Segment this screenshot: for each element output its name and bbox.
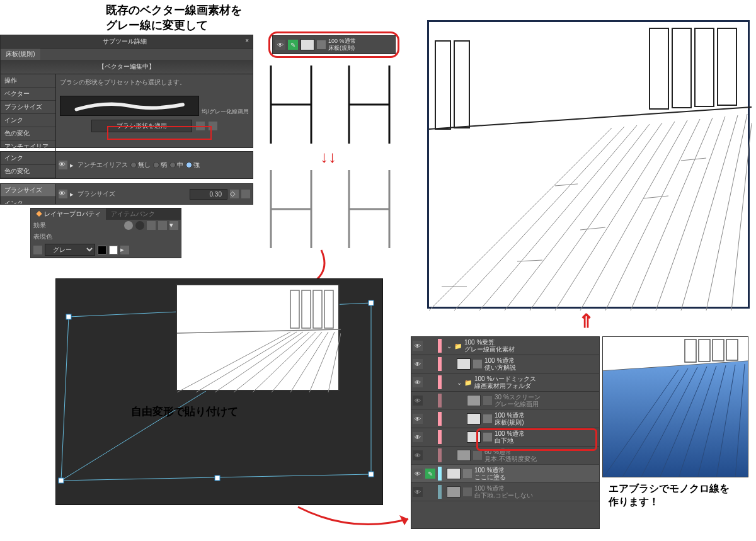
- eye-icon[interactable]: 👁: [413, 414, 423, 424]
- svg-rect-20: [369, 472, 374, 477]
- layer-name: 床板(規則): [495, 419, 525, 426]
- effect-btn1[interactable]: [124, 221, 133, 230]
- mask-icon: [463, 487, 472, 496]
- heading-bottom: エアブラシでモノクロ線を 作ります！: [609, 482, 730, 509]
- svg-line-58: [517, 260, 542, 261]
- aa-strong[interactable]: 強: [186, 161, 200, 169]
- layer-thumb: [467, 395, 481, 406]
- eye-icon[interactable]: 👁: [59, 161, 67, 169]
- layer-row[interactable]: 👁100 %通常使い方解説: [411, 355, 599, 373]
- eye-icon[interactable]: 👁: [413, 487, 423, 497]
- layer-name: グレー線画化素材: [464, 346, 515, 353]
- brush-preview[interactable]: [60, 96, 199, 116]
- svg-rect-64: [685, 339, 696, 362]
- swap-icon[interactable]: ▸: [120, 246, 129, 254]
- svg-line-34: [290, 332, 328, 392]
- svg-line-60: [643, 196, 668, 198]
- layer-mode: 100 %通常: [474, 467, 506, 474]
- aa-mid[interactable]: 中: [169, 161, 183, 169]
- cat-ink[interactable]: インク: [1, 114, 55, 127]
- eye-icon[interactable]: 👁: [59, 190, 67, 198]
- cat-ink2[interactable]: インク: [1, 152, 55, 165]
- layer-row[interactable]: 👁100 %通常白下地.コピーしない: [411, 483, 599, 501]
- svg-rect-25: [313, 290, 322, 328]
- eye-icon[interactable]: 👁: [413, 396, 423, 406]
- layer-thumb: [467, 413, 481, 424]
- svg-marker-68: [603, 361, 748, 477]
- layer-row[interactable]: 👁⌄📁100 %乗算グレー線画化素材: [411, 337, 599, 355]
- aa-weak[interactable]: 弱: [153, 161, 167, 169]
- svg-rect-43: [718, 28, 736, 105]
- folder-toggle-icon[interactable]: ⌄: [447, 343, 452, 350]
- effect-btn3[interactable]: [147, 221, 156, 230]
- svg-line-33: [272, 332, 322, 392]
- size-input[interactable]: [190, 189, 227, 200]
- swatch-white[interactable]: [109, 246, 118, 254]
- svg-rect-18: [369, 300, 374, 305]
- layer-row[interactable]: 👁⌄📁100 %ハードミックス線画素材用フォルダ: [411, 373, 599, 392]
- svg-line-51: [605, 119, 700, 310]
- layer-name: 使い方解説: [484, 364, 516, 371]
- inset-room: [176, 284, 340, 391]
- color-mode-select[interactable]: グレー: [45, 244, 95, 256]
- svg-line-27: [177, 329, 341, 333]
- tab-itembank[interactable]: アイテムバンク: [106, 208, 160, 220]
- close-icon[interactable]: ×: [245, 37, 249, 46]
- heading-top: 既存のベクター線画素材を グレー線に変更して: [106, 3, 242, 33]
- eye-icon[interactable]: 👁: [413, 432, 423, 442]
- subtool-tab[interactable]: 床板(規則): [1, 48, 40, 60]
- svg-line-56: [731, 123, 752, 310]
- effect-dropdown[interactable]: ▾: [169, 221, 178, 230]
- layer-mode: 100 %通常: [484, 357, 516, 364]
- subtool-title: サブツール詳細: [4, 37, 245, 46]
- eye-icon[interactable]: 👁: [413, 450, 423, 460]
- color-tag: [438, 339, 442, 353]
- eye-icon[interactable]: 👁: [413, 359, 423, 369]
- eye-icon[interactable]: 👁: [413, 469, 423, 479]
- effect-btn4[interactable]: [158, 221, 167, 230]
- layer-row[interactable]: 👁100 %通常床板(規則): [411, 410, 599, 428]
- cat-colorchange[interactable]: 色の変化: [1, 127, 55, 140]
- eye-icon[interactable]: 👁: [413, 341, 423, 351]
- layer-row[interactable]: 👁✎100 %通常ここに塗る: [411, 465, 599, 483]
- cat-vector[interactable]: ベクター: [1, 88, 55, 101]
- effect-btn2[interactable]: [135, 221, 144, 230]
- svg-line-28: [177, 332, 290, 392]
- layer-mode: 100 %通常: [474, 485, 533, 492]
- heading-mid: 自由変形で貼り付けて: [131, 404, 238, 419]
- stepper-icon[interactable]: ◇: [230, 190, 239, 198]
- color-swatch-icon: [33, 246, 42, 254]
- svg-line-54: [681, 115, 738, 310]
- color-tag: [438, 430, 442, 444]
- folder-toggle-icon[interactable]: ⌄: [457, 379, 462, 386]
- aa-none[interactable]: 無し: [130, 161, 151, 169]
- svg-line-37: [429, 107, 752, 129]
- svg-line-44: [429, 128, 612, 310]
- svg-rect-66: [713, 339, 724, 361]
- layer-thumb: [457, 358, 471, 370]
- cat-brushsize2[interactable]: ブラシサイズ: [1, 184, 55, 197]
- svg-line-62: [681, 158, 706, 161]
- cat-ink3[interactable]: インク: [1, 197, 55, 204]
- tab-layerprop[interactable]: ◆ レイヤープロパティ: [31, 208, 106, 220]
- pressure-icon[interactable]: [241, 190, 250, 198]
- color-tag: [438, 375, 442, 389]
- pen-icon[interactable]: ✎: [425, 469, 435, 479]
- mask-icon: [473, 451, 482, 460]
- cat-operation[interactable]: 操作: [1, 74, 55, 88]
- layer-row[interactable]: 👁30 %スクリーングレー化線画用: [411, 392, 599, 410]
- subtool-titlebar: サブツール詳細 ×: [1, 35, 253, 48]
- svg-line-29: [196, 332, 297, 392]
- eye-icon[interactable]: 👁: [413, 377, 423, 387]
- swatch-black[interactable]: [98, 246, 106, 254]
- cat-colorchange2[interactable]: 色の変化: [1, 165, 55, 178]
- cat-brushsize[interactable]: ブラシサイズ: [1, 101, 55, 114]
- room-render: [427, 20, 750, 309]
- blue-floor-preview: [602, 336, 748, 477]
- svg-rect-23: [290, 290, 299, 328]
- svg-line-46: [479, 125, 637, 310]
- svg-rect-42: [695, 28, 714, 106]
- transform-canvas[interactable]: [55, 278, 383, 505]
- arrow-up: ⇑: [578, 310, 594, 332]
- mask-icon: [483, 414, 492, 423]
